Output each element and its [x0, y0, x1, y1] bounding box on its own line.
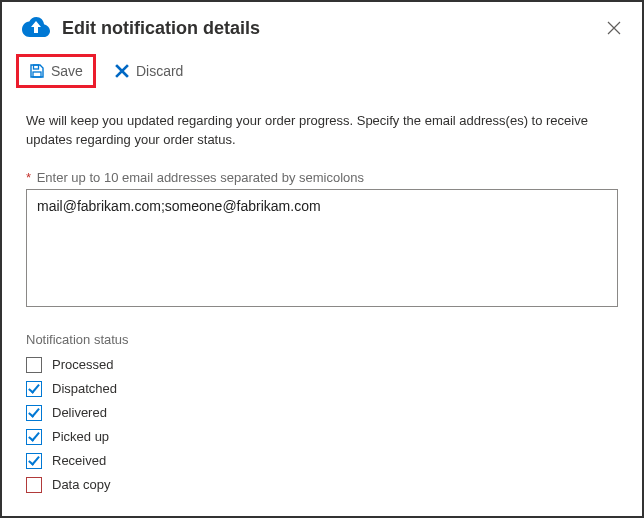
cloud-upload-icon [20, 12, 52, 44]
toolbar: Save Discard [2, 50, 642, 94]
status-row-datacopy: Data copy [26, 477, 618, 493]
status-row-delivered: Delivered [26, 405, 618, 421]
email-field-label: * Enter up to 10 email addresses separat… [26, 170, 618, 185]
status-label: Dispatched [52, 381, 117, 396]
status-row-received: Received [26, 453, 618, 469]
discard-button[interactable]: Discard [104, 57, 193, 85]
panel-title: Edit notification details [62, 18, 600, 39]
svg-rect-0 [34, 65, 39, 69]
description-text: We will keep you updated regarding your … [26, 112, 618, 150]
panel-content: We will keep you updated regarding your … [2, 94, 642, 511]
status-checkbox[interactable] [26, 381, 42, 397]
panel-header: Edit notification details [2, 2, 642, 50]
discard-icon [114, 63, 130, 79]
required-marker: * [26, 170, 31, 185]
status-row-processed: Processed [26, 357, 618, 373]
email-input[interactable] [26, 189, 618, 307]
status-checkbox[interactable] [26, 477, 42, 493]
status-checkbox[interactable] [26, 405, 42, 421]
status-label: Data copy [52, 477, 111, 492]
close-button[interactable] [600, 14, 628, 42]
save-button[interactable]: Save [16, 54, 96, 88]
status-label: Received [52, 453, 106, 468]
status-label: Picked up [52, 429, 109, 444]
save-label: Save [51, 63, 83, 79]
edit-notification-panel: Edit notification details Save Discard W… [0, 0, 644, 518]
discard-label: Discard [136, 63, 183, 79]
status-checkbox[interactable] [26, 453, 42, 469]
status-label: Processed [52, 357, 113, 372]
status-row-dispatched: Dispatched [26, 381, 618, 397]
status-label: Delivered [52, 405, 107, 420]
status-row-pickedup: Picked up [26, 429, 618, 445]
status-heading: Notification status [26, 332, 618, 347]
status-checkbox[interactable] [26, 429, 42, 445]
email-label-text: Enter up to 10 email addresses separated… [37, 170, 364, 185]
status-checkbox[interactable] [26, 357, 42, 373]
save-icon [29, 63, 45, 79]
svg-rect-1 [33, 72, 41, 77]
